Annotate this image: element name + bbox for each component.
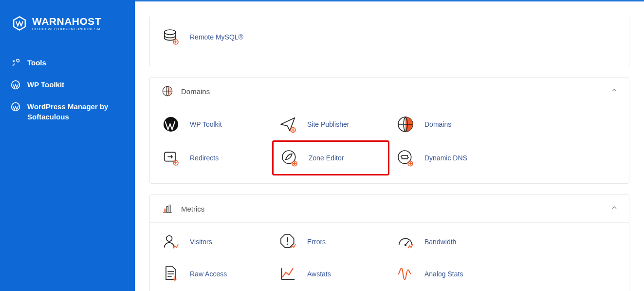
tile-remote-mysql[interactable]: Remote MySQL® — [155, 21, 272, 53]
bar-chart-icon — [161, 202, 174, 215]
tile-label: Errors — [307, 238, 326, 246]
gauge-icon — [395, 232, 416, 252]
tile-dynamic-dns[interactable]: Dynamic DNS — [389, 140, 507, 175]
main-content: Remote MySQL® Domains — [135, 1, 644, 291]
sidebar-item-label: WP Toolkit — [27, 79, 64, 90]
line-chart-icon — [278, 264, 298, 284]
redirect-icon — [161, 148, 181, 168]
svg-point-17 — [166, 236, 172, 242]
brand-tagline: CLOUD WEB HOSTING INDONESIA — [32, 27, 101, 31]
errors-icon — [278, 232, 298, 252]
tile-errors[interactable]: Errors — [272, 226, 389, 258]
wordpress-icon — [11, 80, 20, 90]
tile-wp-toolkit[interactable]: WP Toolkit — [155, 108, 272, 140]
brand-logo[interactable]: WARNAHOST CLOUD WEB HOSTING INDONESIA — [11, 15, 124, 32]
tile-label: Visitors — [190, 238, 212, 246]
tile-raw-access[interactable]: Raw Access — [155, 258, 272, 290]
zone-editor-icon — [279, 148, 300, 168]
databases-panel-partial: Remote MySQL® — [149, 17, 629, 66]
metrics-panel-body: Visitors Errors — [150, 223, 629, 291]
panel-title: Domains — [181, 87, 210, 96]
sidebar-item-wp-manager[interactable]: WordPress Manager by Softaculous — [11, 96, 124, 128]
tile-site-publisher[interactable]: Site Publisher — [272, 108, 389, 140]
metrics-panel-header[interactable]: Metrics — [150, 195, 629, 223]
tile-analog-stats[interactable]: Analog Stats — [389, 258, 507, 290]
database-icon — [161, 27, 181, 47]
tile-label: Zone Editor — [309, 154, 344, 162]
svg-rect-14 — [165, 209, 166, 213]
document-icon — [161, 264, 181, 284]
tile-label: Site Publisher — [307, 120, 349, 128]
svg-point-2 — [165, 30, 176, 35]
sidebar-item-wp-toolkit[interactable]: WP Toolkit — [11, 74, 124, 96]
svg-rect-16 — [169, 205, 170, 212]
globe-icon — [161, 84, 174, 98]
tile-visitors[interactable]: Visitors — [155, 226, 272, 258]
visitors-icon — [161, 232, 181, 252]
tile-redirects[interactable]: Redirects — [155, 140, 272, 175]
sidebar-item-tools[interactable]: Tools — [11, 52, 124, 74]
sidebar-item-label: WordPress Manager by Softaculous — [27, 101, 124, 122]
tile-label: Dynamic DNS — [424, 154, 467, 162]
tile-label: Domains — [424, 120, 451, 128]
tile-label: Raw Access — [190, 270, 227, 278]
tile-label: Awstats — [307, 270, 331, 278]
waveform-icon — [395, 264, 416, 284]
tile-label: Remote MySQL® — [190, 33, 243, 41]
domains-panel-header[interactable]: Domains — [150, 78, 629, 105]
svg-point-18 — [405, 244, 406, 246]
tile-bandwidth[interactable]: Bandwidth — [389, 226, 507, 258]
tile-label: Analog Stats — [424, 270, 463, 278]
wordpress-icon — [161, 114, 181, 135]
globe-icon — [395, 114, 416, 135]
tile-label: Bandwidth — [424, 238, 456, 246]
svg-rect-15 — [166, 207, 168, 213]
tile-label: Redirects — [190, 154, 219, 162]
wordpress-icon — [11, 102, 20, 112]
tools-icon — [11, 58, 20, 68]
tile-domains[interactable]: Domains — [389, 108, 507, 140]
dynamic-dns-icon — [395, 148, 416, 168]
sidebar: WARNAHOST CLOUD WEB HOSTING INDONESIA To… — [0, 0, 135, 291]
metrics-panel: Metrics Visitors — [149, 194, 629, 291]
sidebar-item-label: Tools — [27, 58, 46, 68]
paper-plane-icon — [278, 114, 298, 135]
domains-panel: Domains WP Toolkit — [149, 77, 629, 184]
chevron-up-icon — [610, 204, 618, 213]
panel-title: Metrics — [181, 205, 204, 213]
chevron-up-icon — [610, 86, 618, 96]
tile-label: WP Toolkit — [190, 120, 222, 128]
brand-name: WARNAHOST — [32, 16, 101, 26]
tile-awstats[interactable]: Awstats — [272, 258, 389, 290]
tile-zone-editor[interactable]: Zone Editor — [272, 140, 389, 175]
domains-panel-body: WP Toolkit Site Publisher — [150, 105, 629, 183]
brand-mark-icon — [11, 15, 28, 32]
